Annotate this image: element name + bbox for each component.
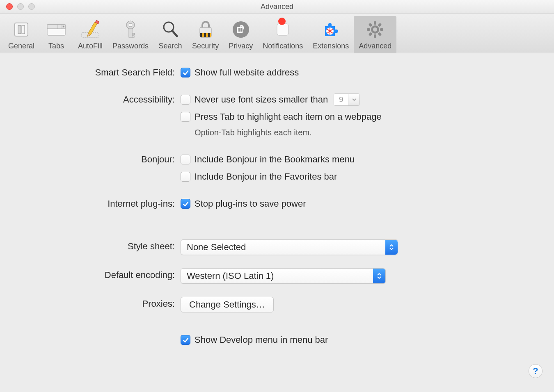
plugins-label: Internet plug-ins: [16,197,181,211]
toolbar-item-privacy[interactable]: Privacy [224,16,258,53]
toolbar-item-search[interactable]: Search [153,16,187,53]
toolbar-item-general[interactable]: General [3,16,39,53]
extensions-icon [319,19,343,40]
svg-rect-40 [369,32,373,36]
toolbar-item-label: Security [192,42,219,50]
advanced-panel: Smart Search Field: Show full website ad… [0,53,554,390]
tabs-icon: + [44,19,68,40]
notifications-icon [271,19,295,40]
window-minimize-button[interactable] [17,3,24,10]
svg-rect-14 [129,28,132,37]
svg-rect-16 [132,36,134,37]
press-tab-label: Press Tab to highlight each item on a we… [195,110,382,124]
toolbar-item-label: Extensions [313,42,349,50]
svg-rect-29 [277,24,288,35]
svg-rect-22 [204,33,206,37]
toolbar-item-extensions[interactable]: Extensions [308,16,354,53]
toolbar-item-tabs[interactable]: + Tabs [39,16,73,53]
accessibility-note: Option-Tab highlights each item. [195,125,538,139]
encoding-value: Western (ISO Latin 1) [181,269,373,283]
popup-arrows-icon [385,240,398,255]
window-zoom-button[interactable] [28,3,35,10]
stylesheet-popup[interactable]: None Selected [181,239,398,255]
min-font-size-checkbox[interactable] [181,95,190,105]
row-accessibility: Accessibility: Never use font sizes smal… [16,93,538,139]
svg-rect-0 [15,23,28,36]
row-develop: Show Develop menu in menu bar [16,333,538,347]
min-font-size-label: Never use font sizes smaller than [195,93,328,107]
row-bonjour: Bonjour: Include Bonjour in the Bookmark… [16,153,538,184]
stop-plugins-checkbox[interactable] [181,199,190,209]
svg-rect-28 [243,28,243,32]
security-icon [194,19,217,40]
min-font-size-value: 9 [334,94,348,105]
svg-text:+: + [62,25,64,29]
bonjour-favorites-label: Include Bonjour in the Favorites bar [195,170,337,184]
row-smart-search: Smart Search Field: Show full website ad… [16,66,538,80]
svg-rect-23 [208,33,210,37]
proxies-label: Proxies: [16,297,181,311]
toolbar-item-advanced[interactable]: Advanced [354,16,396,53]
passwords-icon [119,19,142,40]
encoding-popup[interactable]: Western (ISO Latin 1) [181,268,386,284]
help-label: ? [533,366,538,376]
toolbar-item-label: General [8,42,34,50]
change-settings-button[interactable]: Change Settings… [181,297,274,312]
search-icon [158,19,182,40]
svg-rect-27 [240,28,242,32]
svg-rect-1 [18,25,21,34]
svg-rect-38 [380,28,383,31]
popup-arrows-icon [373,269,385,283]
privacy-icon [229,19,253,40]
show-develop-menu-label: Show Develop menu in menu bar [195,333,328,347]
row-plugins: Internet plug-ins: Stop plug-ins to save… [16,197,538,211]
toolbar-item-label: Search [159,42,182,50]
encoding-label: Default encoding: [16,268,181,282]
toolbar-item-label: Tabs [48,42,64,50]
svg-rect-35 [374,21,376,25]
svg-rect-39 [378,23,382,27]
toolbar-item-label: AutoFill [78,42,103,50]
window-title: Advanced [0,2,554,11]
press-tab-checkbox[interactable] [181,112,190,122]
preferences-toolbar: General + Tabs AutoFill [0,14,554,53]
chevron-down-icon [348,94,359,105]
row-proxies: Proxies: Change Settings… [16,297,538,312]
toolbar-item-label: Advanced [359,42,391,50]
help-button[interactable]: ? [529,364,543,378]
toolbar-item-label: Privacy [229,42,253,50]
toolbar-item-label: Passwords [112,42,149,50]
svg-rect-42 [378,32,382,36]
svg-marker-9 [88,22,97,35]
bonjour-label: Bonjour: [16,153,181,166]
change-settings-label: Change Settings… [189,298,265,312]
autofill-icon [78,19,102,40]
svg-rect-15 [132,33,135,35]
bonjour-bookmarks-checkbox[interactable] [181,155,190,164]
titlebar: Advanced [0,0,554,14]
bonjour-favorites-checkbox[interactable] [181,172,190,182]
toolbar-item-security[interactable]: Security [187,16,224,53]
toolbar-item-passwords[interactable]: Passwords [108,16,153,53]
svg-rect-36 [374,34,376,38]
min-font-size-stepper[interactable]: 9 [334,93,360,106]
window-close-button[interactable] [6,3,13,10]
svg-point-43 [373,27,377,32]
row-encoding: Default encoding: Western (ISO Latin 1) [16,268,538,284]
svg-line-18 [172,31,177,36]
show-full-address-label: Show full website address [195,66,299,80]
toolbar-item-notifications[interactable]: Notifications [258,16,308,53]
window-controls [6,3,35,10]
accessibility-label: Accessibility: [16,93,181,107]
svg-rect-21 [200,33,202,37]
svg-rect-26 [238,28,240,32]
toolbar-item-label: Notifications [263,42,303,50]
show-develop-menu-checkbox[interactable] [181,335,190,345]
svg-point-13 [129,23,132,27]
toolbar-item-autofill[interactable]: AutoFill [73,16,108,53]
smart-search-label: Smart Search Field: [16,66,181,80]
show-full-address-checkbox[interactable] [181,68,190,77]
bonjour-bookmarks-label: Include Bonjour in the Bookmarks menu [195,153,355,166]
advanced-gear-icon [363,19,387,40]
svg-rect-41 [369,23,373,27]
